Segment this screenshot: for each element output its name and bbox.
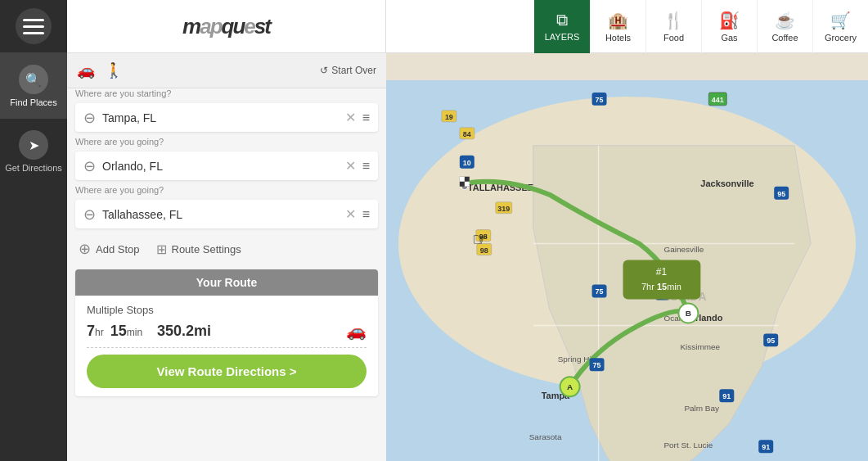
svg-text:Port St. Lucie: Port St. Lucie	[663, 441, 713, 450]
layers-icon: ⧉	[556, 11, 568, 29]
waypoint-dest1-input[interactable]	[102, 160, 339, 173]
waypoint-start-input[interactable]	[102, 111, 339, 124]
svg-text:7hr 15min: 7hr 15min	[641, 282, 681, 292]
toolbar-item-food[interactable]: 🍴 Food	[645, 0, 701, 53]
clear-start-icon[interactable]: ✕	[345, 110, 356, 125]
route-settings-icon: ⊞	[156, 242, 167, 257]
sidebar-item-get-directions[interactable]: ➤ Get Directions	[0, 119, 67, 184]
actions-row: ⊕ Add Stop ⊞ Route Settings	[67, 233, 386, 264]
waypoint-section-dest2: Where are you going? ⊖ ✕ ≡	[67, 185, 386, 228]
waypoint-dest2-input[interactable]	[102, 208, 339, 221]
add-stop-icon: ⊕	[79, 240, 91, 258]
waypoint-dest1-row: ⊖ ✕ ≡	[75, 151, 378, 180]
route-summary-header: Your Route	[75, 269, 378, 296]
svg-text:75: 75	[596, 287, 604, 296]
svg-text:98: 98	[479, 233, 488, 241]
map-svg: 75 95 4 10 75 95 441 TALLA	[386, 53, 868, 461]
hamburger-icon	[23, 19, 44, 34]
toolbar-item-gas[interactable]: ⛽ Gas	[701, 0, 757, 53]
remove-stop-icon[interactable]: ⊖	[83, 111, 96, 125]
svg-text:75: 75	[593, 361, 601, 369]
svg-text:95: 95	[777, 190, 785, 198]
toolbar-item-coffee[interactable]: ☕ Coffee	[757, 0, 812, 53]
multiple-stops-label: Multiple Stops	[87, 304, 367, 316]
options-start-icon[interactable]: ≡	[362, 111, 370, 125]
transport-mode-selector: 🚗 🚶	[77, 61, 123, 79]
waypoint-start-label: Where are you starting?	[75, 88, 378, 98]
svg-rect-22	[460, 177, 465, 182]
waypoint-start-row: ⊖ ✕ ≡	[75, 103, 378, 132]
menu-button[interactable]	[0, 0, 67, 53]
svg-text:Palm Bay: Palm Bay	[684, 404, 719, 413]
coffee-icon: ☕	[775, 11, 795, 30]
svg-text:319: 319	[497, 205, 510, 213]
waypoint-section-start: Where are you starting? ⊖ ✕ ≡	[67, 88, 386, 132]
directions-panel: 🚗 🚶 ↺ Start Over Where are you starting?…	[67, 53, 386, 461]
toolbar-item-hotels[interactable]: 🏨 Hotels	[590, 0, 645, 53]
svg-text:Gainesville: Gainesville	[663, 245, 704, 254]
svg-text:A: A	[567, 382, 573, 391]
hotels-icon: 🏨	[608, 11, 628, 30]
route-stats: 7hr 15min 350.2mi 🚗	[87, 321, 367, 348]
route-hours: 7hr	[87, 323, 104, 340]
map-container[interactable]: ◀ 75 95	[386, 53, 868, 461]
toolbar-item-grocery[interactable]: 🛒 Grocery	[812, 0, 868, 53]
svg-text:10: 10	[463, 159, 471, 167]
svg-text:Sarasota: Sarasota	[529, 432, 562, 441]
options-dest1-icon[interactable]: ≡	[362, 159, 370, 174]
top-bar: mapquest ⧉ LAYERS 🏨 Hotels 🍴 Food ⛽ Gas	[67, 0, 868, 53]
svg-text:441: 441	[712, 96, 724, 104]
svg-text:91: 91	[762, 443, 770, 451]
walk-mode-icon[interactable]: 🚶	[105, 61, 123, 79]
svg-text:Jacksonville: Jacksonville	[700, 179, 753, 188]
svg-text:91: 91	[722, 392, 731, 400]
route-distance: 350.2mi	[157, 323, 211, 340]
car-icon: 🚗	[346, 321, 367, 341]
route-settings-button[interactable]: ⊞ Route Settings	[156, 242, 241, 257]
view-route-button[interactable]: View Route Directions >	[87, 355, 367, 388]
search-icon: 🔍	[19, 65, 48, 94]
svg-text:19: 19	[445, 113, 453, 121]
mapquest-logo: mapquest	[182, 14, 270, 39]
toolbar-nav: ⧉ LAYERS 🏨 Hotels 🍴 Food ⛽ Gas ☕ Coffee …	[534, 0, 868, 53]
start-over-button[interactable]: ↺ Start Over	[320, 65, 376, 76]
waypoint-dest1-label: Where are you going?	[75, 137, 378, 147]
options-dest2-icon[interactable]: ≡	[362, 207, 370, 222]
remove-dest2-icon[interactable]: ⊖	[83, 207, 96, 222]
route-summary-body: Multiple Stops 7hr 15min 350.2mi 🚗 View …	[75, 296, 378, 396]
route-minutes: 15min	[110, 323, 142, 340]
svg-text:Kissimmee: Kissimmee	[680, 342, 720, 351]
car-mode-icon[interactable]: 🚗	[77, 61, 95, 79]
clear-dest1-icon[interactable]: ✕	[345, 158, 356, 174]
grocery-icon: 🛒	[830, 11, 851, 30]
waypoint-dest2-row: ⊖ ✕ ≡	[75, 200, 378, 228]
refresh-icon: ↺	[320, 65, 328, 76]
sidebar: 🔍 Find Places ➤ Get Directions	[0, 0, 67, 461]
add-stop-button[interactable]: ⊕ Add Stop	[79, 240, 140, 258]
sidebar-item-find-places[interactable]: 🔍 Find Places	[0, 53, 67, 119]
svg-text:84: 84	[463, 130, 471, 138]
directions-icon: ➤	[19, 130, 48, 160]
svg-rect-23	[465, 182, 470, 187]
panel-header: 🚗 🚶 ↺ Start Over	[67, 53, 386, 88]
svg-text:B: B	[686, 309, 691, 318]
remove-dest1-icon[interactable]: ⊖	[83, 159, 96, 174]
clear-dest2-icon[interactable]: ✕	[345, 206, 356, 222]
svg-text:95: 95	[767, 337, 775, 345]
waypoints-section: Where are you starting? ⊖ ✕ ≡ Where are …	[67, 88, 386, 461]
gas-icon: ⛽	[719, 11, 740, 30]
svg-text:98: 98	[480, 246, 488, 255]
svg-text:#1: #1	[656, 266, 668, 278]
food-icon: 🍴	[663, 11, 684, 30]
waypoint-section-dest1: Where are you going? ⊖ ✕ ≡	[67, 137, 386, 180]
toolbar-item-layers[interactable]: ⧉ LAYERS	[534, 0, 590, 53]
waypoint-dest2-label: Where are you going?	[75, 185, 378, 195]
route-summary: Your Route Multiple Stops 7hr 15min 350.…	[75, 269, 378, 396]
svg-text:75: 75	[596, 96, 604, 104]
